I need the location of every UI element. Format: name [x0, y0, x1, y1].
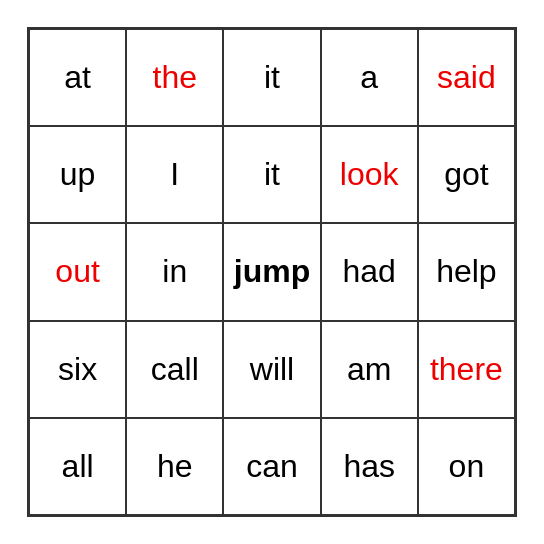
cell-r1-c3: look [321, 126, 418, 223]
cell-r1-c0: up [29, 126, 126, 223]
cell-r2-c2: jump [223, 223, 320, 320]
cell-r3-c3: am [321, 321, 418, 418]
bingo-card: attheitasaidupIitlookgotoutinjumphadhelp… [27, 27, 517, 517]
cell-r2-c3: had [321, 223, 418, 320]
cell-r0-c0: at [29, 29, 126, 126]
cell-r4-c2: can [223, 418, 320, 515]
cell-r2-c0: out [29, 223, 126, 320]
cell-r3-c4: there [418, 321, 515, 418]
cell-r0-c2: it [223, 29, 320, 126]
cell-r0-c1: the [126, 29, 223, 126]
cell-r4-c1: he [126, 418, 223, 515]
cell-r1-c1: I [126, 126, 223, 223]
cell-r2-c1: in [126, 223, 223, 320]
cell-r3-c1: call [126, 321, 223, 418]
cell-r0-c4: said [418, 29, 515, 126]
cell-r3-c2: will [223, 321, 320, 418]
cell-r2-c4: help [418, 223, 515, 320]
cell-r0-c3: a [321, 29, 418, 126]
cell-r4-c3: has [321, 418, 418, 515]
cell-r1-c4: got [418, 126, 515, 223]
cell-r1-c2: it [223, 126, 320, 223]
cell-r3-c0: six [29, 321, 126, 418]
cell-r4-c4: on [418, 418, 515, 515]
cell-r4-c0: all [29, 418, 126, 515]
